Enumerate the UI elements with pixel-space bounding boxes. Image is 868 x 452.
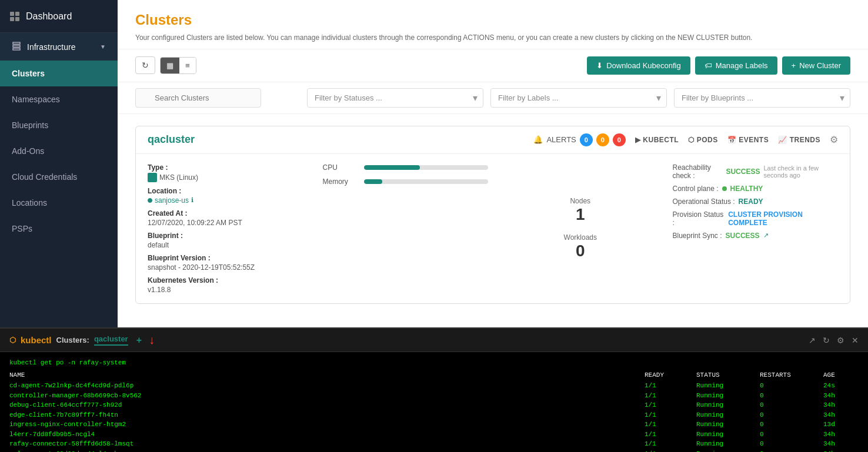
chevron-down-icon: ▼ bbox=[100, 43, 106, 50]
memory-row: Memory bbox=[323, 178, 489, 186]
svg-rect-2 bbox=[10, 17, 14, 21]
alert-badge-orange: 0 bbox=[596, 133, 609, 146]
location-dot bbox=[148, 198, 152, 203]
mks-icon bbox=[148, 173, 157, 182]
labels-filter-wrapper: Filter by Labels ... ▾ bbox=[490, 88, 667, 108]
refresh-button[interactable]: ↻ bbox=[135, 56, 155, 74]
sidebar-item-addons-label: Add-Ons bbox=[12, 146, 44, 156]
kubectl-refresh-button[interactable]: ↻ bbox=[823, 336, 830, 345]
table-row: ingress-nginx-controller-htgm21/1Running… bbox=[9, 420, 859, 430]
table-row: debug-client-664ccff777-sh92d1/1Running0… bbox=[9, 400, 859, 410]
close-icon: ✕ bbox=[852, 336, 859, 345]
k8s-version-row: Kubernetes Version : v1.18.8 bbox=[148, 276, 313, 294]
sidebar: Dashboard Infrastructure ▼ Clusters Name… bbox=[0, 0, 118, 327]
cpu-row: CPU bbox=[323, 163, 489, 172]
labels-filter[interactable]: Filter by Labels ... bbox=[490, 88, 667, 108]
cpu-progress-fill bbox=[364, 165, 420, 170]
dashboard-icon bbox=[9, 11, 20, 22]
search-input[interactable] bbox=[135, 88, 261, 108]
cluster-card: qacluster 🔔 ALERTS 0 0 0 ▶ KUBECTL bbox=[135, 126, 850, 304]
pods-icon: ⬡ bbox=[688, 136, 695, 144]
dashboard-label: Dashboard bbox=[26, 11, 72, 22]
page-subtitle: Your configured Clusters are listed belo… bbox=[135, 33, 850, 43]
sidebar-item-locations[interactable]: Locations bbox=[0, 190, 118, 216]
kubectl-settings-button[interactable]: ⚙ bbox=[837, 336, 844, 345]
cluster-settings-button[interactable]: ⚙ bbox=[830, 134, 838, 145]
page-header: Clusters Your configured Clusters are li… bbox=[118, 0, 868, 49]
status-section: Reachability check : SUCCESS Last check … bbox=[673, 163, 839, 294]
events-action[interactable]: 📅 EVENTS bbox=[727, 136, 769, 144]
sidebar-item-psps-label: PSPs bbox=[12, 224, 32, 233]
kubectl-terminal-icon: ⬡ bbox=[9, 336, 16, 344]
external-link-icon: ↗ bbox=[809, 336, 816, 345]
kubectl-close-button[interactable]: ✕ bbox=[852, 336, 859, 345]
manage-labels-button[interactable]: 🏷 Manage Labels bbox=[695, 56, 777, 75]
infrastructure-label: Infrastructure bbox=[27, 42, 75, 52]
blueprint-version-row: Blueprint Version : snapshot - 2020-12-1… bbox=[148, 254, 313, 272]
status-filter[interactable]: Filter by Statuses ... bbox=[307, 88, 483, 108]
grid-icon: ▦ bbox=[166, 61, 173, 70]
clusters-list: qacluster 🔔 ALERTS 0 0 0 ▶ KUBECTL bbox=[118, 114, 868, 327]
kubectl-add-cluster[interactable]: + bbox=[136, 335, 142, 346]
filters-row: 🔍 Filter by Statuses ... ▾ Filter by Lab… bbox=[118, 82, 868, 114]
kubectl-external-link-button[interactable]: ↗ bbox=[809, 336, 816, 345]
trends-action[interactable]: 📈 TRENDS bbox=[778, 136, 820, 144]
terminal-command: kubectl get po -n rafay-system bbox=[9, 358, 859, 368]
download-icon: ⬇ bbox=[596, 61, 603, 70]
pods-action[interactable]: ⬡ PODS bbox=[688, 136, 718, 144]
alert-badge-blue: 0 bbox=[580, 133, 593, 146]
kubectl-header: ⬡ kubectl Clusters: qacluster + ↓ ↗ ↻ ⚙ … bbox=[0, 329, 868, 352]
alerts-label: ALERTS bbox=[546, 135, 576, 144]
events-icon: 📅 bbox=[727, 136, 737, 144]
sidebar-item-cloud-credentials[interactable]: Cloud Credentials bbox=[0, 164, 118, 190]
view-toggle: ▦ ≡ bbox=[160, 57, 196, 74]
grid-view-button[interactable]: ▦ bbox=[161, 58, 179, 73]
blueprint-sync-ext-link[interactable]: ↗ bbox=[763, 232, 769, 239]
list-view-button[interactable]: ≡ bbox=[179, 58, 196, 73]
dashboard-item[interactable]: Dashboard bbox=[0, 0, 118, 33]
location-row: Location : sanjose-us ℹ bbox=[148, 187, 313, 205]
main-content: Clusters Your configured Clusters are li… bbox=[118, 0, 868, 327]
table-row: l4err-7dd8fdb9b5-ncgl41/1Running034h bbox=[9, 430, 859, 440]
infrastructure-icon bbox=[12, 41, 21, 52]
kubectl-action[interactable]: ▶ KUBECTL bbox=[635, 136, 679, 144]
sidebar-item-psps[interactable]: PSPs bbox=[0, 216, 118, 242]
sidebar-item-addons[interactable]: Add-Ons bbox=[0, 138, 118, 164]
blueprints-filter[interactable]: Filter by Blueprints ... bbox=[674, 88, 850, 108]
sidebar-item-blueprints[interactable]: Blueprints bbox=[0, 112, 118, 138]
memory-progress-fill bbox=[364, 179, 383, 184]
arrow-down-icon: ↓ bbox=[149, 333, 155, 347]
nodes-workloads-section: Nodes 1 Workloads 0 bbox=[498, 163, 663, 294]
reachability-row: Reachability check : SUCCESS Last check … bbox=[673, 163, 839, 180]
alert-badge-red: 0 bbox=[613, 133, 626, 146]
cluster-body: Type : MKS (Linux) Location : sanjose-us bbox=[136, 154, 850, 303]
page-title: Clusters bbox=[135, 12, 850, 28]
blueprints-filter-wrapper: Filter by Blueprints ... ▾ bbox=[674, 88, 850, 108]
plus-icon: + bbox=[792, 61, 796, 70]
resource-section: CPU Memory bbox=[323, 163, 489, 294]
download-kubeconfig-button[interactable]: ⬇ Download Kubeconfig bbox=[587, 56, 690, 75]
table-row: relay-agent-69d99dcc44-l4gnh1/1Running03… bbox=[9, 449, 859, 453]
type-row: Type : MKS (Linux) bbox=[148, 163, 313, 182]
kubectl-title: ⬡ kubectl Clusters: qacluster + ↓ bbox=[9, 333, 155, 347]
cpu-progress-bar bbox=[364, 165, 489, 170]
infrastructure-section[interactable]: Infrastructure ▼ bbox=[0, 33, 118, 61]
gear-icon: ⚙ bbox=[830, 135, 838, 145]
kubectl-header-actions: ↗ ↻ ⚙ ✕ bbox=[809, 336, 859, 345]
cluster-name[interactable]: qacluster bbox=[148, 133, 195, 146]
cluster-card-header: qacluster 🔔 ALERTS 0 0 0 ▶ KUBECTL bbox=[136, 126, 850, 154]
sidebar-item-namespaces[interactable]: Namespaces bbox=[0, 86, 118, 112]
operational-row: Operational Status : READY bbox=[673, 197, 839, 206]
tag-icon: 🏷 bbox=[705, 61, 712, 70]
toolbar-left: ↻ ▦ ≡ bbox=[135, 56, 196, 74]
terminal-header-row: NAME READY STATUS RESTARTS AGE bbox=[9, 370, 859, 380]
healthy-dot bbox=[722, 186, 727, 191]
table-row: edge-client-7b7c89fff7-fh4tn1/1Running03… bbox=[9, 410, 859, 420]
list-icon: ≡ bbox=[185, 61, 190, 70]
kubectl-terminal[interactable]: kubectl get po -n rafay-system NAME READ… bbox=[0, 352, 868, 452]
svg-rect-0 bbox=[10, 12, 14, 16]
cluster-info-section: Type : MKS (Linux) Location : sanjose-us bbox=[148, 163, 313, 294]
sidebar-item-clusters[interactable]: Clusters bbox=[0, 61, 118, 86]
kubectl-cluster-tab[interactable]: qacluster bbox=[94, 334, 128, 346]
new-cluster-button[interactable]: + New Cluster bbox=[782, 56, 850, 75]
